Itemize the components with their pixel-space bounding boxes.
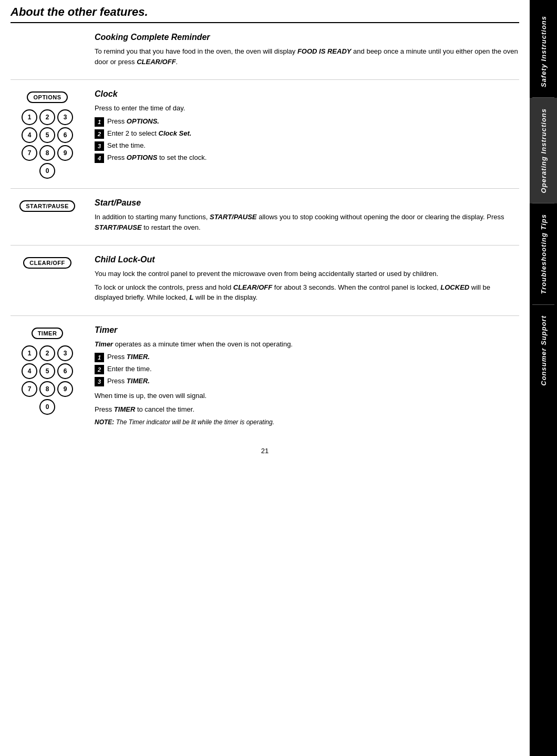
options-button-clock[interactable]: OPTIONS: [27, 91, 67, 103]
timer-note: NOTE: The Timer indicator will be lit wh…: [95, 417, 519, 427]
timer-title: Timer: [95, 325, 519, 335]
section-clock-left: OPTIONS 1 2 3 4 5 6 7 8 9 0: [11, 89, 84, 179]
timer-key-8[interactable]: 8: [39, 381, 55, 397]
timer-key-0[interactable]: 0: [39, 399, 55, 415]
childlock-text2: To lock or unlock the controls, press an…: [95, 282, 519, 303]
section-startpause-right: Start/Pause In addition to starting many…: [84, 198, 519, 236]
section-cooking-complete: Cooking Complete Reminder To remind you …: [11, 23, 519, 80]
timer-key-2[interactable]: 2: [39, 345, 55, 361]
sidebar-safety-label: Safety Instructions: [540, 16, 548, 87]
timer-key-4[interactable]: 4: [22, 363, 37, 379]
section-timer: TIMER 1 2 3 4 5 6 7 8 9 0: [11, 316, 519, 437]
clear-off-ref1: CLEAR/OFF: [137, 58, 176, 66]
timer-keypad-row3: 7 8 9: [22, 381, 73, 397]
section-child-lock: CLEAR/OFF Child Lock-Out You may lock th…: [11, 246, 519, 316]
timer-key-6[interactable]: 6: [57, 363, 73, 379]
clock-step-num-4: 4: [95, 154, 104, 163]
section-cooking-left: [11, 33, 84, 70]
sidebar-consumer: Consumer Support: [530, 305, 557, 396]
section-timer-left: TIMER 1 2 3 4 5 6 7 8 9 0: [11, 325, 84, 427]
section-start-pause: START/PAUSE Start/Pause In addition to s…: [11, 189, 519, 246]
key-1[interactable]: 1: [22, 109, 37, 125]
timer-step-num-1: 1: [95, 353, 104, 362]
page-title: About the other features.: [11, 5, 519, 19]
clock-intro: Press to enter the time of day.: [95, 103, 519, 114]
timer-step-3: 3 Press TIMER.: [95, 376, 519, 386]
timer-step-text-1: Press TIMER.: [107, 352, 150, 362]
right-sidebar: Safety Instructions Operating Instructio…: [530, 0, 557, 756]
section-clock: OPTIONS 1 2 3 4 5 6 7 8 9 0: [11, 80, 519, 189]
key-0[interactable]: 0: [39, 163, 55, 179]
food-ready-label: FOOD IS READY: [297, 47, 352, 55]
clock-step-text-4: Press OPTIONS to set the clock.: [107, 153, 207, 162]
clock-keypad-row1: 1 2 3: [22, 109, 73, 125]
clock-step-num-1: 1: [95, 117, 104, 127]
timer-key-5[interactable]: 5: [39, 363, 55, 379]
timer-step-num-3: 3: [95, 377, 104, 386]
childlock-text1: You may lock the control panel to preven…: [95, 269, 519, 279]
timer-step-2: 2 Enter the time.: [95, 364, 519, 374]
section-childlock-right: Child Lock-Out You may lock the control …: [84, 255, 519, 306]
key-9[interactable]: 9: [57, 145, 73, 161]
startpause-text: In addition to starting many functions, …: [95, 212, 519, 232]
section-childlock-left: CLEAR/OFF: [11, 255, 84, 306]
clock-step-2: 2 Enter 2 to select Clock Set.: [95, 129, 519, 139]
key-3[interactable]: 3: [57, 109, 73, 125]
clock-step-num-3: 3: [95, 141, 104, 151]
timer-key-7[interactable]: 7: [22, 381, 37, 397]
timer-steps: 1 Press TIMER. 2 Enter the time. 3 Press…: [95, 352, 519, 386]
clock-keypad-row2: 4 5 6: [22, 127, 73, 143]
clock-step-text-3: Set the time.: [107, 141, 146, 150]
timer-key-1[interactable]: 1: [22, 345, 37, 361]
sidebar-operating-label: Operating Instructions: [540, 108, 548, 193]
clock-step-4: 4 Press OPTIONS to set the clock.: [95, 153, 519, 163]
clock-keypad-row4: 0: [22, 163, 73, 179]
clock-keypad-row3: 7 8 9: [22, 145, 73, 161]
timer-keypad-row2: 4 5 6: [22, 363, 73, 379]
clock-steps: 1 Press OPTIONS. 2 Enter 2 to select Clo…: [95, 117, 519, 163]
start-pause-button[interactable]: START/PAUSE: [19, 200, 75, 212]
page-number: 21: [11, 442, 519, 460]
sidebar-safety: Safety Instructions: [530, 5, 557, 98]
startpause-title: Start/Pause: [95, 198, 519, 208]
sidebar-consumer-label: Consumer Support: [540, 315, 548, 386]
clock-keypad: 1 2 3 4 5 6 7 8 9 0: [22, 109, 73, 179]
clock-step-1: 1 Press OPTIONS.: [95, 117, 519, 127]
cooking-title: Cooking Complete Reminder: [95, 33, 519, 42]
timer-keypad-row1: 1 2 3: [22, 345, 73, 361]
timer-step-num-2: 2: [95, 365, 104, 374]
section-timer-right: Timer Timer operates as a minute timer w…: [84, 325, 519, 427]
timer-key-3[interactable]: 3: [57, 345, 73, 361]
key-7[interactable]: 7: [22, 145, 37, 161]
clear-off-button[interactable]: CLEAR/OFF: [23, 257, 71, 269]
key-8[interactable]: 8: [39, 145, 55, 161]
timer-after-text1: When time is up, the oven will signal.: [95, 391, 519, 401]
key-2[interactable]: 2: [39, 109, 55, 125]
timer-intro: Timer operates as a minute timer when th…: [95, 339, 519, 350]
sidebar-operating: Operating Instructions: [530, 98, 557, 203]
timer-step-text-2: Enter the time.: [107, 364, 152, 374]
cooking-text: To remind you that you have food in the …: [95, 46, 519, 67]
sidebar-troubleshooting: Troubleshooting Tips: [530, 203, 557, 304]
clock-step-num-2: 2: [95, 129, 104, 139]
section-startpause-left: START/PAUSE: [11, 198, 84, 236]
section-clock-right: Clock Press to enter the time of day. 1 …: [84, 89, 519, 179]
childlock-title: Child Lock-Out: [95, 255, 519, 264]
section-cooking-right: Cooking Complete Reminder To remind you …: [84, 33, 519, 70]
timer-keypad: 1 2 3 4 5 6 7 8 9 0: [22, 345, 73, 415]
timer-keypad-row4: 0: [22, 399, 73, 415]
key-5[interactable]: 5: [39, 127, 55, 143]
timer-step-1: 1 Press TIMER.: [95, 352, 519, 362]
clock-step-text-1: Press OPTIONS.: [107, 117, 159, 126]
timer-step-text-3: Press TIMER.: [107, 376, 150, 386]
timer-key-9[interactable]: 9: [57, 381, 73, 397]
timer-button[interactable]: TIMER: [32, 328, 64, 339]
key-4[interactable]: 4: [22, 127, 37, 143]
timer-after-text2: Press TIMER to cancel the timer.: [95, 404, 519, 415]
sidebar-troubleshooting-label: Troubleshooting Tips: [540, 214, 548, 294]
clock-step-3: 3 Set the time.: [95, 141, 519, 151]
key-6[interactable]: 6: [57, 127, 73, 143]
clock-step-text-2: Enter 2 to select Clock Set.: [107, 129, 191, 138]
clock-title: Clock: [95, 89, 519, 99]
